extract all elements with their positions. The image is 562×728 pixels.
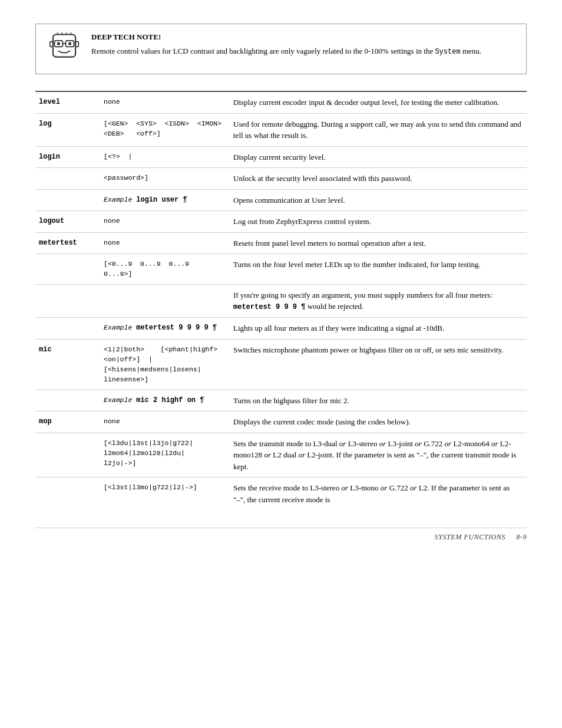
cmd-name: logout: [35, 211, 100, 233]
cmd-name: mop: [35, 411, 100, 433]
table-row: Example login user ¶ Opens communication…: [35, 189, 527, 211]
cmd-name: [35, 189, 100, 211]
cmd-name: mic: [35, 339, 100, 390]
table-row: logout none Log out from ZephyrExpress c…: [35, 211, 527, 233]
cmd-desc: Display current encoder input & decoder …: [230, 91, 527, 113]
cmd-desc: Unlock at the security level associated …: [230, 168, 527, 190]
table-row: level none Display current encoder input…: [35, 91, 527, 113]
cmd-desc: Turns on the four level meter LEDs up to…: [230, 254, 527, 285]
cmd-name: [35, 254, 100, 285]
cmd-desc: Resets front panel level meters to norma…: [230, 232, 527, 254]
svg-line-12: [66, 32, 67, 34]
table-row: <password>] Unlock at the security level…: [35, 168, 527, 190]
cmd-name: log: [35, 113, 100, 146]
section-label: SYSTEM FUNCTIONS: [435, 533, 506, 541]
cmd-desc: Lights up all four meters as if they wer…: [230, 318, 527, 340]
svg-rect-9: [75, 42, 78, 47]
cmd-params: <password>]: [100, 168, 230, 190]
cmd-params: [100, 284, 230, 318]
cmd-name: [35, 477, 100, 510]
page-footer: SYSTEM FUNCTIONS 8-9: [35, 528, 527, 542]
cmd-params: [<l3st|l3mo|g722|l2|->]: [100, 477, 230, 510]
deep-tech-icon: [47, 32, 82, 65]
cmd-desc: Log out from ZephyrExpress control syste…: [230, 211, 527, 233]
svg-rect-8: [50, 42, 53, 47]
example-label: Example login user ¶: [104, 196, 187, 203]
table-row: log [<GEN> <SYS> <ISDN> <IMON><DEB> <off…: [35, 113, 527, 146]
example-label: Example mic 2 highf on ¶: [104, 396, 204, 404]
cmd-params: Example mic 2 highf on ¶: [100, 390, 230, 411]
deep-tech-title: DEEP TECH NOTE!: [91, 32, 481, 42]
cmd-name: [35, 433, 100, 477]
svg-rect-0: [53, 34, 75, 57]
deep-tech-note: DEEP TECH NOTE! Remote control values fo…: [35, 24, 527, 74]
cmd-name: [35, 390, 100, 411]
svg-point-7: [68, 42, 71, 45]
table-row: [<l3du|l3st|l3jo|g722|l2mo64|l2mo128|l2d…: [35, 433, 527, 477]
cmd-name: metertest: [35, 232, 100, 254]
cmd-desc: Switches microphone phantom power or hig…: [230, 339, 527, 390]
cmd-params: none: [100, 411, 230, 433]
cmd-params: <1|2|both> [<phant|highf><on|off>] |[<hi…: [100, 339, 230, 390]
cmd-name: level: [35, 91, 100, 113]
deep-tech-content: DEEP TECH NOTE! Remote control values fo…: [91, 32, 481, 57]
cmd-params: none: [100, 211, 230, 233]
cmd-name: [35, 284, 100, 318]
table-row: [<l3st|l3mo|g722|l2|->] Sets the receive…: [35, 477, 527, 510]
table-row: mop none Displays the current codec mode…: [35, 411, 527, 433]
cmd-params: none: [100, 232, 230, 254]
cmd-desc: Sets the transmit mode to L3-dual or L3-…: [230, 433, 527, 477]
svg-line-11: [62, 32, 62, 34]
cmd-params: Example login user ¶: [100, 189, 230, 211]
cmd-desc: Opens communication at User level.: [230, 189, 527, 211]
table-row: [<0...9 0...9 0...90...9>] Turns on the …: [35, 254, 527, 285]
table-row: mic <1|2|both> [<phant|highf><on|off>] |…: [35, 339, 527, 390]
svg-point-6: [57, 42, 60, 45]
cmd-desc: Used for remote debugging. During a supp…: [230, 113, 527, 146]
table-row: Example mic 2 highf on ¶ Turns on the hi…: [35, 390, 527, 411]
cmd-name: [35, 168, 100, 190]
example-label: Example metertest 9 9 9 9 ¶: [104, 324, 217, 331]
cmd-params: none: [100, 91, 230, 113]
cmd-desc: Sets the receive mode to L3-stereo or L3…: [230, 477, 527, 510]
cmd-params: [<l3du|l3st|l3jo|g722|l2mo64|l2mo128|l2d…: [100, 433, 230, 477]
table-row: Example metertest 9 9 9 9 ¶ Lights up al…: [35, 318, 527, 340]
cmd-params: [<0...9 0...9 0...90...9>]: [100, 254, 230, 285]
cmd-desc: Display current security level.: [230, 146, 527, 168]
cmd-params: Example metertest 9 9 9 9 ¶: [100, 318, 230, 340]
cmd-params: [<?> |: [100, 146, 230, 168]
cmd-params: [<GEN> <SYS> <ISDN> <IMON><DEB> <off>]: [100, 113, 230, 146]
cmd-desc: If you're going to specify an argument, …: [230, 284, 527, 318]
cmd-desc: Displays the current codec mode (using t…: [230, 411, 527, 433]
command-table: level none Display current encoder input…: [35, 91, 527, 510]
table-row: If you're going to specify an argument, …: [35, 284, 527, 318]
table-row: login [<?> | Display current security le…: [35, 146, 527, 168]
deep-tech-body: Remote control values for LCD contrast a…: [91, 45, 481, 57]
cmd-name: [35, 318, 100, 340]
cmd-name: login: [35, 146, 100, 168]
cmd-desc: Turns on the highpass filter for mic 2.: [230, 390, 527, 411]
page-number: 8-9: [516, 533, 527, 541]
table-row: metertest none Resets front panel level …: [35, 232, 527, 254]
